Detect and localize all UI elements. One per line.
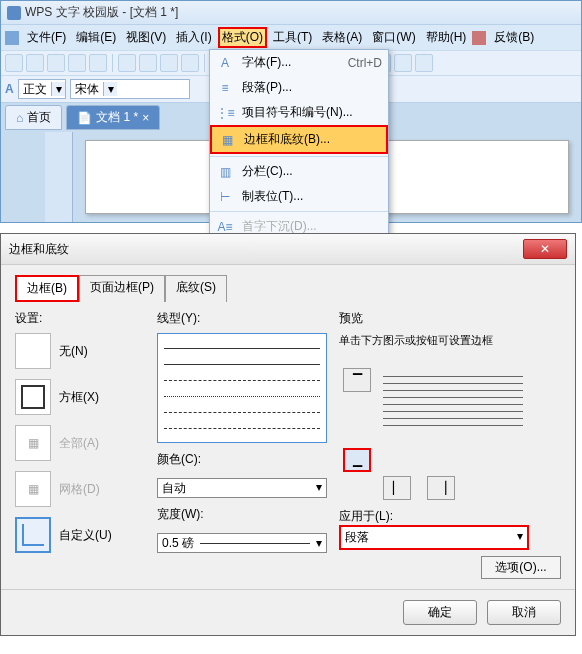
tab-page-border[interactable]: 页面边框(P) (79, 275, 165, 302)
fmt-painter-icon[interactable] (181, 54, 199, 72)
applyto-select[interactable]: 段落▾ (339, 525, 529, 550)
menu-bullets-item[interactable]: ⋮≡项目符号和编号(N)... (210, 100, 388, 125)
options-button[interactable]: 选项(O)... (481, 556, 561, 579)
preview-hint: 单击下方图示或按钮可设置边框 (339, 333, 561, 348)
opt-none[interactable]: 无(N) (15, 333, 145, 369)
opt-box[interactable]: 方框(X) (15, 379, 145, 415)
setting-label: 设置: (15, 310, 145, 327)
font-icon: A (216, 55, 234, 71)
custom-icon (15, 517, 51, 553)
bullets-icon: ⋮≡ (216, 105, 234, 121)
menu-tools[interactable]: 工具(T) (269, 27, 316, 48)
opt-all[interactable]: ▦全部(A) (15, 425, 145, 461)
open-icon[interactable] (26, 54, 44, 72)
ok-button[interactable]: 确定 (403, 600, 477, 625)
menu-help[interactable]: 帮助(H) (422, 27, 471, 48)
preview-pane: ▔ ▁ (339, 352, 561, 472)
window-title: WPS 文字 校园版 - [文档 1 *] (25, 4, 178, 21)
preview-icon[interactable] (89, 54, 107, 72)
columns-icon: ▥ (216, 164, 234, 180)
cancel-button[interactable]: 取消 (487, 600, 561, 625)
width-select[interactable]: 0.5 磅▾ (157, 533, 327, 553)
style-combo[interactable]: 正文▾ (18, 79, 66, 99)
color-select[interactable]: 自动▾ (157, 478, 327, 498)
menu-edit[interactable]: 编辑(E) (72, 27, 120, 48)
symbol-icon[interactable] (394, 54, 412, 72)
font-combo[interactable]: 宋体▾ (70, 79, 190, 99)
save-icon[interactable] (47, 54, 65, 72)
border-top-button[interactable]: ▔ (343, 368, 371, 392)
menu-columns-item[interactable]: ▥分栏(C)... (210, 159, 388, 184)
tab-doc1[interactable]: 📄文档 1 *× (66, 105, 160, 130)
opt-custom[interactable]: 自定义(U) (15, 517, 145, 553)
ruler-vertical[interactable] (45, 132, 73, 222)
preview-label: 预览 (339, 310, 561, 327)
menu-file[interactable]: 文件(F) (23, 27, 70, 48)
print-icon[interactable] (68, 54, 86, 72)
border-right-button[interactable]: ▕ (427, 476, 455, 500)
paragraph-icon: ≡ (216, 80, 234, 96)
style-a-icon: A (5, 82, 14, 96)
applyto-label: 应用于(L): (339, 508, 561, 525)
new-icon[interactable] (5, 54, 23, 72)
menu-tabs-item[interactable]: ⊢制表位(T)... (210, 184, 388, 209)
dialog-title: 边框和底纹 (9, 241, 523, 258)
more-icon[interactable] (415, 54, 433, 72)
tab-shading[interactable]: 底纹(S) (165, 275, 227, 302)
menu-paragraph-item[interactable]: ≡段落(P)... (210, 75, 388, 100)
linetype-list[interactable] (157, 333, 327, 443)
feedback-icon[interactable] (472, 31, 486, 45)
tabstop-icon: ⊢ (216, 189, 234, 205)
menu-window[interactable]: 窗口(W) (368, 27, 419, 48)
menu-format[interactable]: 格式(O) (218, 27, 267, 48)
menu-feedback[interactable]: 反馈(B) (490, 27, 538, 48)
opt-grid[interactable]: ▦网格(D) (15, 471, 145, 507)
close-button[interactable]: ✕ (523, 239, 567, 259)
borders-icon: ▦ (218, 132, 236, 148)
border-left-button[interactable]: ▏ (383, 476, 411, 500)
menubar: 文件(F) 编辑(E) 视图(V) 插入(I) 格式(O) 工具(T) 表格(A… (1, 24, 581, 50)
tab-home[interactable]: ⌂首页 (5, 105, 62, 130)
grid-icon: ▦ (15, 471, 51, 507)
cut-icon[interactable] (118, 54, 136, 72)
menu-borders-item[interactable]: ▦边框和底纹(B)... (210, 125, 388, 154)
none-icon (15, 333, 51, 369)
color-label: 颜色(C): (157, 451, 327, 468)
box-icon (15, 379, 51, 415)
menu-table[interactable]: 表格(A) (318, 27, 366, 48)
wps-icon[interactable] (5, 31, 19, 45)
copy-icon[interactable] (139, 54, 157, 72)
menu-font-item[interactable]: A字体(F)...Ctrl+D (210, 50, 388, 75)
paste-icon[interactable] (160, 54, 178, 72)
linetype-label: 线型(Y): (157, 310, 327, 327)
menu-view[interactable]: 视图(V) (122, 27, 170, 48)
titlebar: WPS 文字 校园版 - [文档 1 *] (1, 1, 581, 24)
all-icon: ▦ (15, 425, 51, 461)
width-label: 宽度(W): (157, 506, 327, 523)
border-bottom-button[interactable]: ▁ (343, 448, 371, 472)
menu-insert[interactable]: 插入(I) (172, 27, 215, 48)
app-icon (7, 6, 21, 20)
borders-dialog: 边框和底纹 ✕ 边框(B) 页面边框(P) 底纹(S) 设置: 无(N) 方框(… (0, 233, 576, 636)
tab-border[interactable]: 边框(B) (15, 275, 79, 302)
